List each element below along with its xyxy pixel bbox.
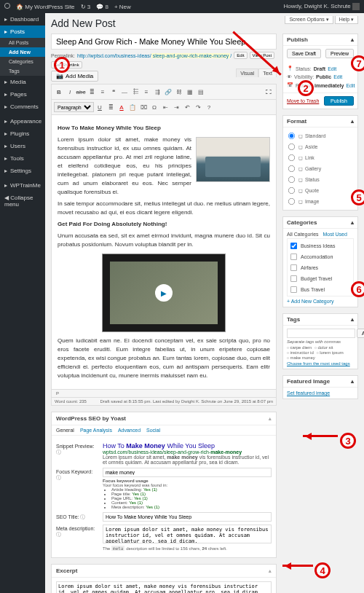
format-quote[interactable]: ◻ Quote xyxy=(287,185,354,196)
seo-title-input[interactable] xyxy=(103,512,272,522)
format-link[interactable]: ◻ Link xyxy=(287,152,354,163)
sidebar-sub-all-posts[interactable]: All Posts xyxy=(0,38,45,47)
unlink-button[interactable]: ⛓ xyxy=(174,87,184,97)
align-center-button[interactable]: ≡ xyxy=(141,87,151,97)
bold-button[interactable]: B xyxy=(54,87,64,97)
fullscreen-icon[interactable]: ⛶ xyxy=(264,87,274,97)
sidebar-item-settings[interactable]: ▸ Settings xyxy=(0,165,45,177)
sidebar-item-tools[interactable]: ▸ Tools xyxy=(0,152,45,165)
sidebar-item-wptrainme[interactable]: ▸ WPTrainMe xyxy=(0,179,45,192)
tags-input[interactable] xyxy=(287,329,355,338)
view-post-button[interactable]: View Post xyxy=(250,52,275,59)
permalink-edit-button[interactable]: Edit xyxy=(234,52,247,59)
sidebar-sub-categories[interactable]: Categories xyxy=(0,57,45,66)
category-list[interactable]: Business Ideas Accomodation Airfares Bud… xyxy=(287,238,354,296)
sidebar-item-plugins[interactable]: ▸ Plugins xyxy=(0,127,45,140)
sidebar-item-pages[interactable]: ▸ Pages xyxy=(0,88,45,101)
collapse-menu[interactable]: ◀ Collapse menu xyxy=(0,192,45,211)
ul-button[interactable]: ≣ xyxy=(87,87,97,97)
format-aside[interactable]: ◻ Aside xyxy=(287,141,354,152)
sidebar-item-posts[interactable]: ▸ Posts xyxy=(0,25,45,38)
preview-button[interactable]: Preview xyxy=(325,49,354,58)
metabox-toggle[interactable]: Tags▴ xyxy=(283,314,357,326)
seo-tab-general[interactable]: General xyxy=(56,428,74,433)
sidebar-item-users[interactable]: ▸ Users xyxy=(0,140,45,152)
hr-button[interactable]: — xyxy=(119,87,130,97)
sidebar-item-appearance[interactable]: ▸ Appearance xyxy=(0,115,45,127)
category-business-ideas[interactable]: Business Ideas xyxy=(289,240,352,251)
tag-suggestion[interactable]: carpe diem xyxy=(287,345,312,350)
align-right-button[interactable]: ⇶ xyxy=(152,87,162,97)
sidebar-sub-add-new[interactable]: Add New xyxy=(0,47,45,57)
focus-keyword-input[interactable] xyxy=(103,468,272,477)
metabox-toggle[interactable]: Excerpt▴ xyxy=(52,565,276,578)
updates-link[interactable]: ↻ 3 xyxy=(81,4,91,10)
underline-button[interactable]: U xyxy=(95,102,105,112)
edit-status-link[interactable]: Edit xyxy=(328,66,336,71)
new-link[interactable]: + New xyxy=(114,4,131,10)
justify-button[interactable]: ≣ xyxy=(106,102,116,112)
help-tab[interactable]: Help ▾ xyxy=(335,16,358,24)
set-featured-image-link[interactable]: Set featured image xyxy=(287,390,330,396)
sidebar-sub-tags[interactable]: Tags xyxy=(0,66,45,76)
tag-suggestion[interactable]: dolor sit xyxy=(314,345,333,350)
permalink-link[interactable]: http://wptsd.com/business-ideas/sleep-an… xyxy=(77,53,232,58)
indent-button[interactable]: ⇥ xyxy=(171,102,181,112)
metabox-toggle[interactable]: WordPress SEO by Yoast▴ xyxy=(52,412,276,425)
comments-link[interactable]: 💬 8 xyxy=(96,4,108,10)
sidebar-item-dashboard[interactable]: ▸ Dashboard xyxy=(0,13,45,25)
text-tab[interactable]: Text xyxy=(258,68,277,77)
category-budget-travel[interactable]: Budget Travel xyxy=(289,273,352,284)
post-title-input[interactable] xyxy=(51,34,277,50)
metabox-toggle[interactable]: Categories▴ xyxy=(283,217,357,229)
category-bus-travel[interactable]: Bus Travel xyxy=(289,284,352,295)
sidebar-item-media[interactable]: ▸ Media xyxy=(0,76,45,88)
metabox-toggle[interactable]: Featured Image▴ xyxy=(283,376,357,388)
paragraph-select[interactable]: Paragraph xyxy=(54,102,94,112)
cat-tab-most[interactable]: Most Used xyxy=(323,232,347,237)
save-draft-button[interactable]: Save Draft xyxy=(287,49,321,58)
seo-tab-advanced[interactable]: Advanced xyxy=(118,428,141,433)
clear-format-button[interactable]: ⌧ xyxy=(138,102,149,112)
format-standard[interactable]: ◻ Standard xyxy=(287,130,354,141)
seo-tab-page-analysis[interactable]: Page Analysis xyxy=(80,428,112,433)
ol-button[interactable]: ≡ xyxy=(98,87,108,97)
meta-desc-input[interactable]: Lorem ipsum dolor sit amet, make money v… xyxy=(103,525,272,543)
move-trash-link[interactable]: Move to Trash xyxy=(287,98,319,103)
undo-button[interactable]: ↶ xyxy=(182,102,192,112)
quote-button[interactable]: ❝ xyxy=(108,87,119,97)
howdy-user[interactable]: Howdy, Dwight K. Schrute xyxy=(283,3,360,10)
edit-visibility-link[interactable]: Edit xyxy=(333,74,342,79)
cat-tab-all[interactable]: All Categories xyxy=(287,232,319,237)
visual-tab[interactable]: Visual xyxy=(236,68,258,77)
format-image[interactable]: ◻ Image xyxy=(287,196,354,207)
seo-tab-social[interactable]: Social xyxy=(146,428,160,433)
excerpt-textarea[interactable]: Lorem ipsum dolor sit amet, make money v… xyxy=(56,581,272,593)
redo-button[interactable]: ↷ xyxy=(193,102,203,112)
add-category-link[interactable]: + Add New Category xyxy=(287,299,354,304)
publish-button[interactable]: Publish xyxy=(324,96,354,106)
wp-logo-icon[interactable] xyxy=(4,3,10,10)
paste-text-button[interactable]: 📋 xyxy=(127,102,138,112)
toolbar-toggle-button[interactable]: ▤ xyxy=(196,87,206,97)
category-airfares[interactable]: Airfares xyxy=(289,262,352,273)
add-tag-button[interactable]: Add xyxy=(357,329,364,338)
tag-suggestion[interactable]: instructior id xyxy=(287,350,314,355)
edit-schedule-link[interactable]: Edit xyxy=(346,83,355,88)
editor-content[interactable]: How To Make Money While You Sleep Lorem … xyxy=(51,115,277,390)
italic-button[interactable]: I xyxy=(65,87,75,97)
sidebar-item-comments[interactable]: ▸ Comments xyxy=(0,101,45,113)
screen-options-tab[interactable]: Screen Options ▾ xyxy=(285,16,333,24)
align-left-button[interactable]: ⬱ xyxy=(130,87,141,97)
choose-tags-link[interactable]: Choose from the most used tags xyxy=(287,361,354,366)
format-status[interactable]: ◻ Status xyxy=(287,174,354,185)
format-gallery[interactable]: ◻ Gallery xyxy=(287,163,354,174)
more-button[interactable]: ▦ xyxy=(185,87,195,97)
help-button[interactable]: ? xyxy=(204,102,214,112)
aligned-image[interactable] xyxy=(196,137,270,182)
link-button[interactable]: 🔗 xyxy=(163,87,173,97)
metabox-toggle[interactable]: Publish▴ xyxy=(283,34,357,46)
category-business-travel[interactable]: Business Travel xyxy=(289,295,352,296)
strike-button[interactable]: abc xyxy=(76,87,86,97)
site-name-link[interactable]: 🏠 My WordPress Site xyxy=(16,4,75,10)
